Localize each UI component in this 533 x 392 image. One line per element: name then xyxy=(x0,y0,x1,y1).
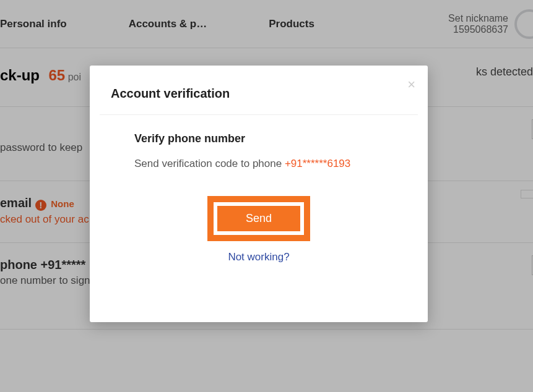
masked-phone: +91******6193 xyxy=(285,158,350,169)
verify-prompt: Send verification code to phone xyxy=(134,158,285,169)
close-icon[interactable]: × xyxy=(407,78,415,92)
not-working-link[interactable]: Not working? xyxy=(90,251,428,263)
modal-title: Account verification xyxy=(111,87,401,101)
account-verification-modal: × Account verification Verify phone numb… xyxy=(90,66,428,322)
send-button[interactable]: Send xyxy=(217,206,300,231)
verify-heading: Verify phone number xyxy=(134,132,403,145)
send-button-highlight: Send xyxy=(207,196,310,241)
